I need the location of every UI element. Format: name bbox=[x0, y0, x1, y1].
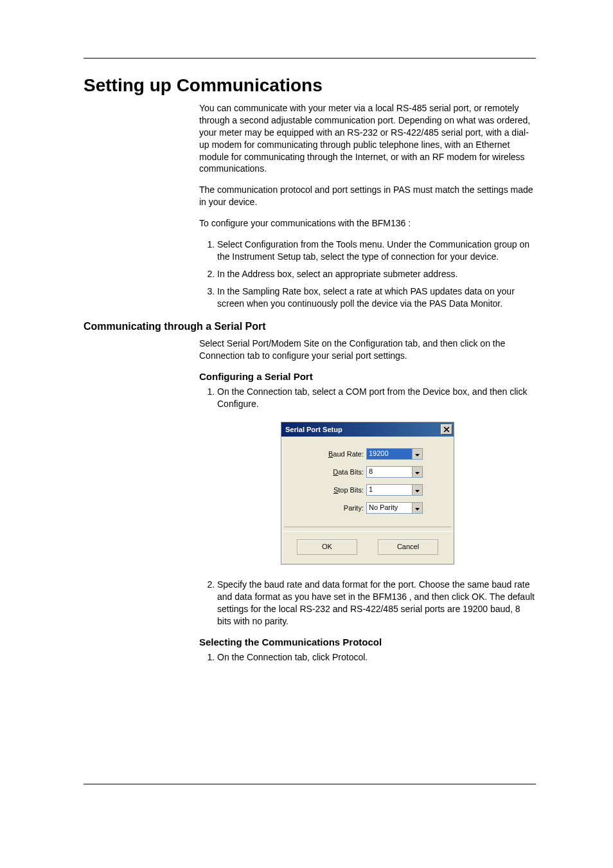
chevron-down-icon bbox=[415, 468, 420, 476]
data-bits-row: Data Bits: 8 bbox=[290, 466, 445, 478]
main-steps-list: Select Configuration from the Tools menu… bbox=[199, 239, 536, 309]
stop-bits-row: Stop Bits: 1 bbox=[290, 484, 445, 496]
dialog-wrap: Serial Port Setup Baud Rate: 19200 bbox=[199, 422, 536, 565]
data-bits-value: 8 bbox=[367, 467, 412, 477]
body-column: You can communicate with your meter via … bbox=[199, 102, 536, 309]
main-step-1: Select Configuration from the Tools menu… bbox=[217, 239, 536, 263]
baud-rate-value: 19200 bbox=[367, 449, 412, 459]
main-step-2: In the Address box, select an appropriat… bbox=[217, 268, 536, 280]
stop-bits-value: 1 bbox=[367, 485, 412, 495]
parity-combo[interactable]: No Parity bbox=[366, 502, 423, 514]
chevron-down-icon bbox=[415, 486, 420, 494]
page: Setting up Communications You can commun… bbox=[0, 0, 613, 868]
parity-value: No Parity bbox=[367, 503, 412, 513]
baud-rate-dropdown-button[interactable] bbox=[412, 449, 422, 459]
baud-rate-label: Baud Rate: bbox=[312, 450, 366, 458]
baud-rate-combo[interactable]: 19200 bbox=[366, 448, 423, 460]
bottom-rule bbox=[84, 784, 536, 784]
cancel-button[interactable]: Cancel bbox=[378, 539, 438, 555]
serial-heading: Communicating through a Serial Port bbox=[84, 321, 536, 332]
config-heading: Configuring a Serial Port bbox=[199, 371, 536, 382]
parity-label: Parity: bbox=[312, 504, 366, 512]
dialog-buttons: OK Cancel bbox=[281, 531, 454, 564]
main-step-3: In the Sampling Rate box, select a rate … bbox=[217, 285, 536, 310]
protocol-steps-list: On the Connection tab, click Protocol. bbox=[199, 651, 536, 664]
close-icon bbox=[444, 426, 449, 433]
data-bits-combo[interactable]: 8 bbox=[366, 466, 423, 478]
data-bits-label: Data Bits: bbox=[312, 468, 366, 476]
stop-bits-label: Stop Bits: bbox=[312, 486, 366, 494]
dialog-form: Baud Rate: 19200 Data Bits: 8 bbox=[281, 437, 454, 523]
stop-bits-dropdown-button[interactable] bbox=[412, 485, 422, 495]
intro-para-3: To configure your communications with th… bbox=[199, 217, 536, 230]
top-rule bbox=[84, 58, 536, 59]
dialog-close-button[interactable] bbox=[441, 424, 452, 435]
protocol-heading: Selecting the Communications Protocol bbox=[199, 637, 536, 647]
config-steps-list-2: Specify the baud rate and data format fo… bbox=[199, 579, 536, 628]
serial-intro: Select Serial Port/Modem Site on the Con… bbox=[199, 338, 536, 362]
config-step-1: On the Connection tab, select a COM port… bbox=[217, 386, 536, 410]
page-title: Setting up Communications bbox=[84, 75, 536, 96]
serial-port-setup-dialog: Serial Port Setup Baud Rate: 19200 bbox=[281, 422, 454, 565]
parity-row: Parity: No Parity bbox=[290, 502, 445, 514]
dialog-title: Serial Port Setup bbox=[285, 426, 342, 433]
protocol-step-1: On the Connection tab, click Protocol. bbox=[217, 651, 536, 664]
serial-body: Select Serial Port/Modem Site on the Con… bbox=[199, 338, 536, 663]
parity-dropdown-button[interactable] bbox=[412, 503, 422, 513]
chevron-down-icon bbox=[415, 450, 420, 458]
ok-button[interactable]: OK bbox=[297, 539, 357, 555]
baud-rate-row: Baud Rate: 19200 bbox=[290, 448, 445, 460]
stop-bits-combo[interactable]: 1 bbox=[366, 484, 423, 496]
data-bits-dropdown-button[interactable] bbox=[412, 467, 422, 477]
dialog-titlebar: Serial Port Setup bbox=[281, 422, 454, 437]
config-steps-list-1: On the Connection tab, select a COM port… bbox=[199, 386, 536, 410]
chevron-down-icon bbox=[415, 504, 420, 512]
config-step-2: Specify the baud rate and data format fo… bbox=[217, 579, 536, 628]
intro-para-2: The communication protocol and port sett… bbox=[199, 184, 536, 208]
dialog-separator bbox=[284, 527, 451, 527]
intro-para-1: You can communicate with your meter via … bbox=[199, 102, 536, 175]
